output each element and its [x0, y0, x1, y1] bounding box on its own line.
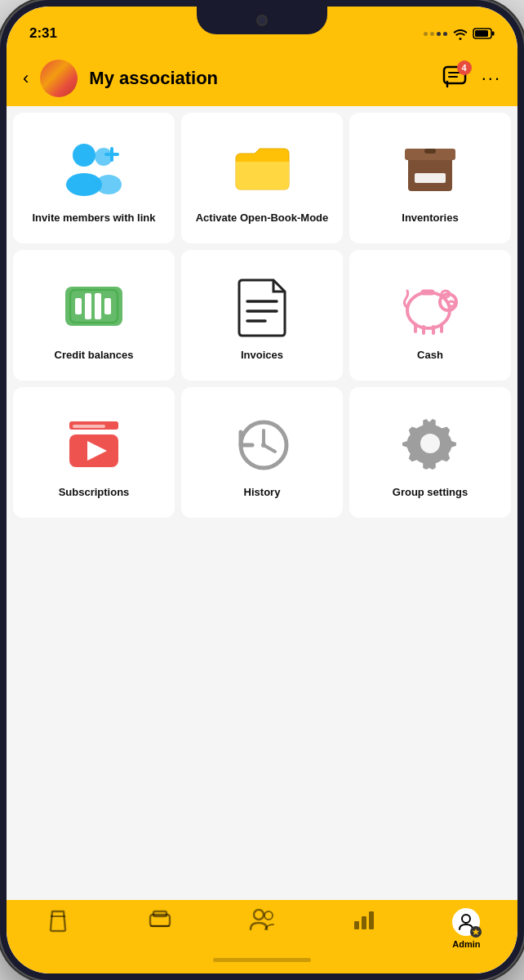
folder-icon: [232, 142, 293, 195]
stats-svg: [353, 908, 375, 931]
status-time: 2:31: [29, 25, 57, 42]
invoices-label: Invoices: [241, 349, 283, 363]
invite-icon: [61, 142, 127, 195]
menu-grid: Invite members with link Activate Open-B…: [13, 113, 511, 518]
drink-svg: [47, 908, 69, 933]
nav-members[interactable]: [211, 908, 313, 937]
header: ‹ My association 4 ···: [7, 51, 517, 106]
signal-dots: [424, 32, 447, 36]
settings-icon: [402, 416, 458, 471]
members-svg: [249, 908, 275, 931]
admin-label: Admin: [452, 939, 480, 949]
svg-point-48: [264, 911, 273, 920]
subscriptions-icon: [64, 416, 123, 470]
svg-point-42: [420, 434, 440, 453]
dot3: [437, 32, 441, 36]
food-svg: [148, 908, 172, 933]
nav-drinks[interactable]: [7, 908, 109, 938]
svg-point-27: [448, 301, 455, 306]
phone-frame: 2:31: [0, 0, 524, 980]
drink-icon: [47, 908, 69, 938]
wifi-icon: [452, 27, 468, 40]
group-settings-item[interactable]: Group settings: [349, 387, 511, 518]
main-content: Invite members with link Activate Open-B…: [7, 106, 517, 900]
cash-icon: [401, 279, 460, 332]
svg-rect-49: [354, 921, 359, 929]
stats-icon: [353, 908, 375, 937]
svg-rect-51: [369, 911, 374, 929]
dot4: [443, 32, 447, 36]
dot1: [424, 32, 428, 36]
svg-rect-1: [492, 32, 495, 36]
history-item[interactable]: History: [181, 387, 343, 518]
svg-rect-14: [415, 173, 446, 183]
credit-icon: [62, 282, 126, 331]
svg-point-41: [261, 443, 266, 448]
avatar-image: [40, 60, 78, 97]
svg-point-52: [462, 915, 470, 923]
invite-members-item[interactable]: Invite members with link: [13, 113, 175, 243]
battery-icon: [473, 28, 495, 39]
nav-admin[interactable]: Admin: [415, 908, 517, 949]
invoices-item[interactable]: Invoices: [181, 250, 343, 381]
cash-item[interactable]: Cash: [349, 250, 511, 381]
history-icon-area: [234, 411, 290, 476]
page-title: My association: [89, 68, 430, 89]
subscriptions-item[interactable]: Subscriptions: [13, 387, 175, 518]
inventories-icon-area: [402, 136, 459, 202]
invite-members-label: Invite members with link: [33, 212, 156, 225]
credit-balances-item[interactable]: Credit balances: [13, 250, 175, 381]
admin-badge: [470, 926, 482, 938]
back-button[interactable]: ‹: [23, 68, 29, 89]
admin-icon: [452, 908, 480, 936]
folder-icon-area: [232, 136, 293, 202]
members-icon: [249, 908, 275, 937]
notification-badge: 4: [457, 60, 472, 75]
invoices-icon: [236, 277, 289, 336]
svg-point-47: [254, 910, 264, 920]
svg-rect-2: [475, 30, 488, 37]
notification-button[interactable]: 4: [442, 65, 467, 91]
credit-icon-area: [62, 274, 126, 339]
food-icon: [148, 908, 172, 938]
screen: 2:31: [7, 7, 517, 973]
svg-point-6: [73, 144, 95, 167]
home-indicator: [213, 958, 311, 962]
camera: [256, 15, 268, 26]
svg-rect-50: [362, 916, 366, 929]
inventories-label: Inventories: [402, 212, 458, 225]
svg-rect-19: [85, 293, 91, 319]
svg-rect-16: [65, 287, 122, 326]
nav-food[interactable]: [109, 908, 211, 938]
settings-icon-area: [402, 411, 458, 476]
history-icon: [234, 416, 290, 471]
activate-open-book-item[interactable]: Activate Open-Book-Mode: [181, 113, 343, 243]
subscriptions-label: Subscriptions: [59, 486, 130, 500]
svg-point-9: [95, 175, 122, 194]
activate-open-book-label: Activate Open-Book-Mode: [196, 212, 329, 225]
credit-balances-label: Credit balances: [55, 349, 134, 363]
dot2: [430, 32, 434, 36]
more-button[interactable]: ···: [482, 68, 501, 89]
svg-rect-21: [104, 298, 111, 314]
svg-rect-18: [75, 298, 82, 314]
nav-stats[interactable]: [313, 908, 415, 937]
inventories-icon: [402, 142, 459, 195]
status-icons: [424, 27, 495, 40]
bottom-nav: Admin: [7, 900, 517, 973]
svg-rect-20: [95, 293, 101, 319]
cash-icon-area: [401, 274, 460, 339]
svg-rect-15: [424, 149, 436, 154]
inventories-item[interactable]: Inventories: [349, 113, 511, 243]
invite-icon-area: [61, 136, 127, 202]
avatar[interactable]: [40, 60, 78, 97]
subscriptions-icon-area: [64, 411, 123, 476]
header-actions: 4 ···: [442, 65, 501, 91]
svg-rect-35: [73, 425, 105, 428]
svg-rect-11: [104, 153, 119, 156]
cash-label: Cash: [417, 349, 443, 363]
invoices-icon-area: [236, 274, 289, 339]
history-label: History: [244, 486, 281, 500]
group-settings-label: Group settings: [393, 486, 468, 500]
notch: [197, 7, 327, 34]
